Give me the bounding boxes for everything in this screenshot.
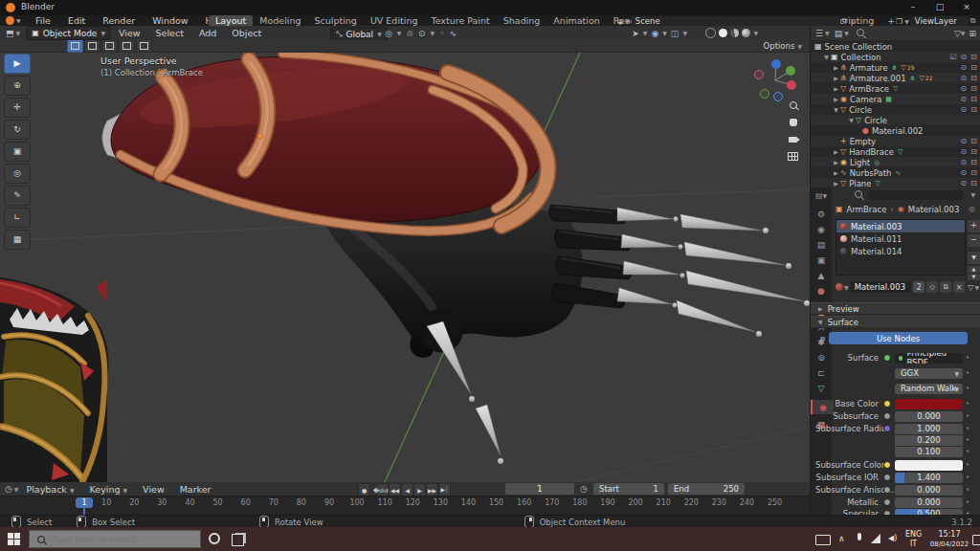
eye-icon[interactable]: ⊙ <box>961 168 968 177</box>
eye-icon[interactable]: ⊙ <box>961 137 968 145</box>
viewlayer-name[interactable]: ViewLayer <box>911 16 969 26</box>
network-icon[interactable] <box>871 534 880 543</box>
shading-material-icon[interactable] <box>730 29 739 37</box>
taskbar-search[interactable] <box>29 530 201 548</box>
search-icon[interactable] <box>855 189 862 200</box>
breadcrumb-material[interactable]: Material.003 <box>908 205 959 214</box>
eye-icon[interactable]: ⊙ <box>961 74 968 82</box>
select-mode-set[interactable] <box>67 40 83 53</box>
workspace-tab-layout[interactable]: Layout <box>209 15 253 26</box>
workspace-tab-uv-editing[interactable]: UV Editing <box>364 15 425 26</box>
tool-annotate[interactable]: ✎ <box>4 186 31 206</box>
menu-view-timeline[interactable]: View <box>135 484 172 495</box>
falloff-icon[interactable]: ∿ <box>450 29 457 38</box>
new-scene-icon[interactable]: ⧉ <box>842 16 848 26</box>
workspace-tab-sculpting[interactable]: Sculpting <box>308 15 364 26</box>
shading-rendered-icon[interactable] <box>742 29 750 37</box>
tray-expand-icon[interactable]: ∧ <box>838 534 845 543</box>
keying-clock-icon[interactable]: ◷ <box>580 484 588 494</box>
prev-keyframe-button[interactable]: ◀◀ <box>389 483 401 496</box>
tool-add-cube[interactable]: ▦ <box>4 230 31 250</box>
material-slot[interactable]: Material.011 <box>836 232 965 245</box>
new-material-icon[interactable]: ⧉ <box>940 281 951 293</box>
outliner-item-camera[interactable]: ▶◉ Camera ▦ ⊙⊡ <box>811 94 980 104</box>
close-button[interactable]: × <box>953 0 980 15</box>
shading-solid-icon[interactable] <box>719 29 727 37</box>
outliner-options-icon[interactable]: ⊞ <box>969 29 976 38</box>
eye-icon[interactable]: ⊙ <box>961 84 968 93</box>
tab-render[interactable]: ◉ <box>811 222 832 236</box>
outliner-item-plane[interactable]: ▶▽ Plane ▽ ⊙⊡ <box>811 178 980 187</box>
eye-icon[interactable]: ⊙ <box>961 53 968 61</box>
timeline-ruler[interactable]: 1 10203040506070809010011012013014015016… <box>0 496 810 516</box>
outliner-item-armature[interactable]: ▶⋔ Armature ⋔ ▽ 29 ⊙⊡ <box>811 62 980 73</box>
tab-scene[interactable]: ▲ <box>811 268 832 282</box>
outliner-item-material-002[interactable]: ● Material.002 <box>811 125 980 136</box>
metallic-field[interactable]: 0.000 <box>895 497 963 508</box>
distribution-dropdown[interactable]: GGX▼ <box>895 368 963 379</box>
surface-panel-header[interactable]: ▼Surface <box>811 316 980 328</box>
playhead[interactable]: 1 <box>76 497 93 508</box>
workspace-tab-modeling[interactable]: Modeling <box>253 15 307 26</box>
workspace-tab-animation[interactable]: Animation <box>546 15 606 26</box>
outliner-item-armbrace[interactable]: ▶▽ ArmBrace ▽ ⊙⊡ <box>811 83 980 94</box>
slot-specials-button[interactable]: ▼ <box>967 251 980 265</box>
pivot-point-icon[interactable]: ◎ <box>385 29 392 38</box>
camera-render-icon[interactable]: ⊡ <box>970 158 977 166</box>
outliner-item-circle[interactable]: ▼▽ Circle ⊙⊡ <box>811 104 980 115</box>
play-reverse-button[interactable]: ◀ <box>401 483 413 496</box>
remove-slot-button[interactable]: − <box>967 233 980 248</box>
eye-icon[interactable]: ⊙ <box>961 147 968 156</box>
browse-material-button[interactable]: ▼ <box>835 283 849 291</box>
auto-key-button[interactable]: ● <box>358 483 370 496</box>
camera-render-icon[interactable]: ⊡ <box>970 53 977 61</box>
proportional-edit-icon[interactable]: ◦ <box>439 29 444 38</box>
microphone-icon[interactable] <box>858 533 861 540</box>
zoom-view-icon[interactable] <box>786 98 800 112</box>
clock-tray[interactable]: 15:17 08/04/2022 <box>926 530 972 549</box>
tool-move[interactable]: ✛ <box>4 98 31 118</box>
end-frame-field[interactable]: End250 <box>668 483 745 495</box>
outliner-item-circle-data[interactable]: ▼▽ Circle <box>811 115 980 125</box>
mode-dropdown[interactable]: ▣ Object Mode ▼ <box>26 26 111 40</box>
camera-render-icon[interactable]: ⊡ <box>970 84 977 93</box>
eye-icon[interactable]: ⊙ <box>961 95 968 103</box>
properties-search-field[interactable] <box>868 190 965 200</box>
eye-icon[interactable]: ⊙ <box>961 105 968 114</box>
subsurface-field[interactable]: 0.000 <box>895 411 963 422</box>
camera-view-icon[interactable] <box>786 132 800 146</box>
camera-render-icon[interactable]: ⊡ <box>970 137 977 145</box>
filter-dropdown[interactable]: ▽▼ <box>968 283 979 292</box>
radius-x-field[interactable]: 1.000 <box>895 424 963 434</box>
eye-icon[interactable]: ⊙ <box>961 158 968 166</box>
material-slot-selected[interactable]: Material.003 <box>836 220 965 232</box>
ortho-toggle-icon[interactable] <box>786 149 800 164</box>
jump-to-end-button[interactable]: ▶⏐ <box>438 483 451 496</box>
search-input[interactable] <box>51 534 179 545</box>
sss-method-dropdown[interactable]: Random Walk▼ <box>895 384 963 394</box>
users-count-button[interactable]: 2 <box>913 281 924 293</box>
eye-icon[interactable]: ⊙ <box>961 63 968 72</box>
play-button[interactable]: ▶ <box>413 483 426 496</box>
outliner-item-empty[interactable]: + Empty ⊙⊡ <box>811 136 980 146</box>
menu-view[interactable]: View <box>111 28 148 38</box>
eye-icon[interactable]: ⊙ <box>961 179 968 187</box>
preview-panel-header[interactable]: ▶Preview <box>811 302 980 315</box>
subsurface-ior-slider[interactable]: 1.400 <box>895 473 963 483</box>
notification-center-icon[interactable] <box>972 535 980 545</box>
outliner-editor-button[interactable]: ☰▼ <box>815 29 830 38</box>
material-name-field[interactable]: Material.003 <box>851 281 912 293</box>
outliner-item-nurbspath[interactable]: ▶∿ NurbsPath ∿ ⊙⊡ <box>811 167 980 178</box>
viewlayer-selector[interactable]: ❒▼ ViewLayer ⧉ <box>896 16 976 26</box>
menu-keying[interactable]: Keying ▼ <box>82 484 136 495</box>
language-indicator[interactable]: ENG IT <box>905 530 922 549</box>
tool-select-box[interactable]: ▶ <box>4 54 31 74</box>
outliner-item-collection[interactable]: ▼▣ Collection ☑ ⊙⊡ <box>811 52 980 62</box>
search-icon[interactable] <box>857 28 864 38</box>
options-dropdown[interactable]: Options ▼ <box>764 40 802 52</box>
menu-marker[interactable]: Marker <box>172 484 219 495</box>
tool-cursor[interactable]: ⊕ <box>4 76 31 96</box>
radius-z-field[interactable]: 0.100 <box>895 447 963 457</box>
chevron-down-icon[interactable]: ▼ <box>970 191 975 198</box>
unlink-material-icon[interactable]: × <box>953 281 965 293</box>
